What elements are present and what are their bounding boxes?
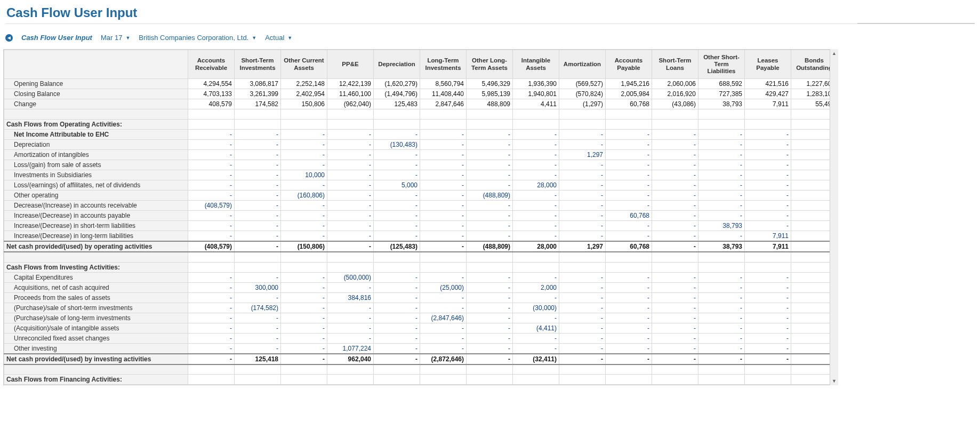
grid-cell[interactable]: - [698, 201, 745, 211]
grid-cell[interactable]: - [374, 231, 420, 242]
grid-cell[interactable]: - [698, 191, 745, 201]
grid-cell[interactable]: 300,000 [235, 282, 281, 292]
grid-cell[interactable]: - [235, 221, 281, 231]
grid-cell[interactable]: - [559, 201, 606, 211]
grid-cell[interactable]: - [420, 201, 467, 211]
grid-cell[interactable]: - [420, 211, 467, 221]
grid-cell[interactable]: - [745, 180, 791, 191]
grid-cell[interactable]: - [745, 323, 791, 333]
grid-cell[interactable]: - [374, 272, 420, 282]
grid-cell[interactable]: - [235, 231, 281, 242]
column-header[interactable]: Accounts Payable [606, 50, 652, 79]
grid-cell[interactable]: - [327, 130, 374, 140]
grid-cell[interactable]: - [235, 201, 281, 211]
grid-cell[interactable]: - [188, 180, 235, 191]
grid-cell[interactable]: - [281, 140, 327, 150]
grid-cell[interactable]: - [698, 343, 745, 354]
grid-cell[interactable]: - [327, 140, 374, 150]
grid-cell[interactable]: - [559, 160, 606, 170]
grid-cell[interactable]: 384,816 [327, 292, 374, 303]
grid-cell[interactable]: - [374, 323, 420, 333]
grid-cell[interactable]: - [327, 180, 374, 191]
grid-cell[interactable]: - [420, 191, 467, 201]
grid-cell[interactable]: (30,000) [513, 303, 559, 313]
grid-cell[interactable]: - [188, 160, 235, 170]
column-header[interactable]: Short-Term Loans [652, 50, 698, 79]
grid-cell[interactable]: - [374, 160, 420, 170]
grid-cell[interactable]: - [188, 343, 235, 354]
grid-cell[interactable]: - [420, 160, 467, 170]
grid-cell[interactable]: 1,077,224 [327, 343, 374, 354]
grid-cell[interactable]: - [281, 150, 327, 160]
grid-cell[interactable]: - [188, 150, 235, 160]
grid-cell[interactable]: - [559, 191, 606, 201]
grid-cell[interactable]: - [513, 292, 559, 303]
grid-cell[interactable]: - [188, 282, 235, 292]
grid-cell[interactable]: - [188, 272, 235, 282]
grid-cell[interactable]: - [745, 313, 791, 323]
grid-cell[interactable]: - [606, 282, 652, 292]
grid-cell[interactable]: - [420, 130, 467, 140]
grid-cell[interactable]: - [745, 303, 791, 313]
grid-cell[interactable]: (25,000) [420, 282, 467, 292]
grid-cell[interactable]: - [559, 292, 606, 303]
grid-cell[interactable]: - [791, 191, 836, 201]
horizontal-scrollbar[interactable] [3, 385, 835, 394]
grid-cell[interactable]: - [652, 333, 698, 343]
grid-cell[interactable]: - [281, 130, 327, 140]
grid-cell[interactable]: - [606, 201, 652, 211]
grid-cell[interactable]: - [791, 170, 836, 180]
grid-cell[interactable]: - [652, 272, 698, 282]
grid-cell[interactable]: (130,483) [374, 140, 420, 150]
grid-cell[interactable]: - [559, 170, 606, 180]
grid-cell[interactable]: - [559, 231, 606, 242]
grid-cell[interactable]: - [652, 323, 698, 333]
column-header[interactable]: Depreciation [374, 50, 420, 79]
grid-cell[interactable]: - [467, 323, 513, 333]
back-icon[interactable]: ◄ [5, 34, 13, 42]
grid-cell[interactable]: - [791, 333, 836, 343]
grid-cell[interactable]: - [698, 231, 745, 242]
grid-cell[interactable]: - [606, 313, 652, 323]
grid-cell[interactable]: - [281, 221, 327, 231]
grid-cell[interactable]: - [235, 170, 281, 180]
grid-cell[interactable]: - [606, 231, 652, 242]
grid-cell[interactable]: - [698, 180, 745, 191]
grid-cell[interactable]: - [791, 140, 836, 150]
grid-cell[interactable]: - [420, 150, 467, 160]
grid-cell[interactable]: - [652, 180, 698, 191]
grid-cell[interactable]: - [513, 130, 559, 140]
grid-cell[interactable]: - [235, 180, 281, 191]
grid-cell[interactable]: - [606, 160, 652, 170]
grid-cell[interactable]: - [281, 323, 327, 333]
grid-cell[interactable]: - [467, 343, 513, 354]
grid-cell[interactable]: - [188, 323, 235, 333]
grid-cell[interactable]: - [235, 313, 281, 323]
grid-cell[interactable]: - [698, 140, 745, 150]
scroll-down-icon[interactable]: ▼ [830, 377, 838, 385]
grid-cell[interactable]: - [281, 313, 327, 323]
grid-cell[interactable]: - [745, 160, 791, 170]
grid-cell[interactable]: - [420, 272, 467, 282]
grid-cell[interactable]: - [327, 323, 374, 333]
grid-cell[interactable]: - [698, 272, 745, 282]
grid-cell[interactable]: - [327, 221, 374, 231]
scroll-up-icon[interactable]: ▲ [830, 49, 838, 58]
grid-cell[interactable]: - [698, 292, 745, 303]
grid-cell[interactable]: - [652, 191, 698, 201]
grid-cell[interactable]: - [745, 343, 791, 354]
grid-cell[interactable]: - [513, 201, 559, 211]
grid-cell[interactable]: - [606, 221, 652, 231]
grid-cell[interactable]: - [420, 180, 467, 191]
column-header[interactable]: Other Long-Term Assets [467, 50, 513, 79]
grid-cell[interactable]: - [745, 272, 791, 282]
grid-cell[interactable]: - [235, 272, 281, 282]
grid-cell[interactable]: - [374, 303, 420, 313]
grid-cell[interactable]: - [652, 303, 698, 313]
grid-cell[interactable]: - [281, 303, 327, 313]
grid-cell[interactable]: - [698, 130, 745, 140]
grid-cell[interactable]: - [652, 130, 698, 140]
grid-cell[interactable]: - [235, 150, 281, 160]
grid-cell[interactable]: - [467, 292, 513, 303]
grid-cell[interactable]: - [467, 282, 513, 292]
